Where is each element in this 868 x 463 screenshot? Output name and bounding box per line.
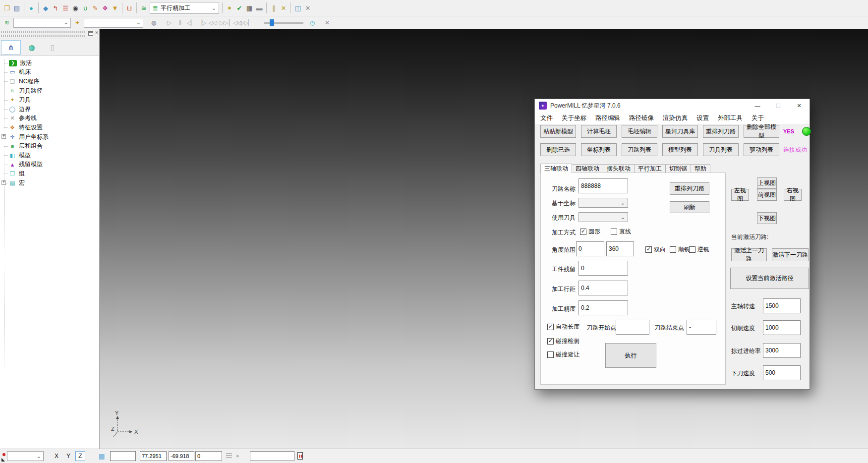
tree-item-boundaries[interactable]: ◯ 边界 bbox=[0, 105, 99, 114]
grid-snap-icon[interactable]: ▦ bbox=[96, 451, 107, 461]
angle-from-input[interactable] bbox=[576, 241, 604, 256]
conventional-checkbox[interactable] bbox=[689, 246, 695, 253]
close-icon[interactable]: ✕ bbox=[789, 99, 810, 112]
climb-mill-option[interactable]: 顺铣 bbox=[670, 245, 690, 254]
tree-item-levels-sets[interactable]: ≡ 层和组合 bbox=[0, 141, 99, 151]
angle-to-input[interactable] bbox=[606, 241, 634, 256]
tab-swivel-head[interactable]: 摆头联动 bbox=[603, 164, 635, 173]
calculator-icon[interactable]: ▦ bbox=[244, 2, 254, 14]
cursor-z-field[interactable] bbox=[195, 451, 222, 461]
tool-check-icon[interactable]: ✔ bbox=[234, 2, 244, 14]
chevron-down-icon[interactable]: ⌄ bbox=[136, 19, 141, 26]
circle-checkbox[interactable] bbox=[580, 229, 586, 235]
coord-list-button[interactable]: 坐标列表 bbox=[581, 143, 617, 156]
float-panel-icon[interactable] bbox=[88, 31, 93, 36]
model-list-button[interactable]: 模型列表 bbox=[662, 143, 698, 156]
block-icon[interactable]: ◆ bbox=[41, 2, 51, 14]
set-active-path-button[interactable]: 设置当前激活路径 bbox=[730, 268, 809, 289]
tree-item-machine[interactable]: ▭ 机床 bbox=[0, 68, 99, 77]
view-front-button[interactable]: 前视图 bbox=[757, 189, 777, 201]
tool-select[interactable]: ⌄ bbox=[579, 212, 628, 222]
tree-item-stock-models[interactable]: ▲ 残留模型 bbox=[0, 160, 99, 170]
menu-file[interactable]: 文件 bbox=[536, 114, 557, 122]
spindle-speed-input[interactable] bbox=[763, 298, 801, 313]
clipboard-icon[interactable] bbox=[297, 452, 303, 460]
locate-probe-icon[interactable]: ⌖ bbox=[236, 453, 239, 460]
tree-item-toolpaths[interactable]: ≋ 刀具路径 bbox=[0, 86, 99, 96]
toolpath-name-input[interactable] bbox=[579, 178, 628, 193]
step-back-icon[interactable]: ◁▏ bbox=[185, 19, 196, 26]
collision-avoid-checkbox[interactable] bbox=[547, 351, 554, 358]
toolpath-combo[interactable]: ⌄ bbox=[13, 18, 71, 28]
open-project-icon[interactable]: ❒ bbox=[2, 2, 12, 14]
refresh-button[interactable]: 刷新 bbox=[670, 201, 709, 213]
line-checkbox[interactable] bbox=[611, 229, 617, 235]
pause-icon[interactable]: ‖ bbox=[174, 19, 185, 26]
expand-plus-icon[interactable] bbox=[1, 134, 6, 139]
skim-feed-input[interactable] bbox=[763, 343, 801, 358]
menu-about[interactable]: 关于 bbox=[747, 114, 768, 122]
compare-models-icon[interactable]: ◫ bbox=[293, 2, 303, 14]
rapid-heights-icon[interactable]: ☰ bbox=[60, 2, 70, 14]
tool-list-button[interactable]: 刀具列表 bbox=[703, 143, 739, 156]
stock-edit-button[interactable]: 毛坯编辑 bbox=[622, 125, 657, 138]
collision-check-option[interactable]: 碰撞检测 bbox=[547, 337, 579, 346]
chevron-down-icon[interactable]: ⌄ bbox=[212, 5, 216, 11]
delete-selected-button[interactable]: 删除已选 bbox=[540, 143, 576, 156]
tab-explorer-tree[interactable]: ⋔ bbox=[1, 40, 21, 55]
tree-item-reference-lines[interactable]: ✕ 参考线 bbox=[0, 114, 99, 123]
transform-icon[interactable]: ✕ bbox=[279, 2, 289, 14]
drive-list-button[interactable]: 驱动列表 bbox=[744, 143, 779, 156]
tool-icon[interactable]: ◉ bbox=[70, 2, 80, 14]
cursor-y-field[interactable] bbox=[169, 451, 194, 461]
ruler-icon[interactable]: ▬ bbox=[254, 2, 264, 14]
auto-length-option[interactable]: 自动长度 bbox=[547, 323, 579, 331]
activate-next-toolpath-button[interactable]: 激活下一刀路 bbox=[772, 248, 809, 261]
axis-y-button[interactable]: Y bbox=[63, 451, 73, 461]
expand-plus-icon[interactable] bbox=[1, 180, 6, 185]
strategy-dropdown[interactable]: ≣ 平行精加工 ⌄ bbox=[150, 2, 219, 14]
tool-bottom-icon[interactable]: ⊔ bbox=[124, 2, 134, 14]
boundary-icon[interactable]: ∪ bbox=[80, 2, 90, 14]
bidirectional-option[interactable]: 双向 bbox=[645, 245, 666, 254]
rearrange-button[interactable]: 重排列刀路 bbox=[670, 182, 709, 195]
tree-item-nc-program[interactable]: ❏ NC程序 bbox=[0, 77, 99, 86]
collision-check-icon[interactable]: ✶ bbox=[225, 2, 234, 14]
sim-toolbar-close-icon[interactable]: ✕ bbox=[322, 18, 332, 28]
view-left-button[interactable]: 左视图 bbox=[731, 189, 749, 201]
tab-web-globe[interactable]: ◍ bbox=[22, 40, 42, 55]
cutting-feed-input[interactable] bbox=[763, 320, 801, 335]
save-project-icon[interactable]: ▤ bbox=[12, 2, 22, 14]
collision-check-checkbox[interactable] bbox=[547, 338, 554, 345]
bidirectional-checkbox[interactable] bbox=[645, 246, 652, 253]
resize-grip-icon[interactable] bbox=[1, 458, 5, 462]
pattern-icon[interactable]: ✎ bbox=[90, 2, 100, 14]
chevron-down-icon[interactable]: ⌄ bbox=[37, 453, 41, 460]
tab-parallel[interactable]: 平行加工 bbox=[634, 164, 666, 173]
slider-handle[interactable] bbox=[270, 19, 274, 26]
view-top-button[interactable]: 上视图 bbox=[757, 177, 777, 189]
panel-close-icon[interactable]: ✕ bbox=[95, 30, 99, 35]
line-mode-option[interactable]: 直线 bbox=[611, 228, 631, 236]
tree-item-groups[interactable]: ❒ 组 bbox=[0, 169, 99, 178]
rearrange-toolpaths-button[interactable]: 重排列刀路 bbox=[703, 125, 739, 138]
tool-pair-icon[interactable]: ∥ bbox=[269, 2, 279, 14]
climb-checkbox[interactable] bbox=[670, 246, 676, 253]
menu-path-edit[interactable]: 路径编辑 bbox=[591, 114, 625, 122]
tool-holder-icon[interactable]: ▼ bbox=[110, 2, 120, 14]
axis-x-button[interactable]: X bbox=[52, 451, 61, 461]
conventional-mill-option[interactable]: 逆铣 bbox=[689, 245, 709, 254]
circle-mode-option[interactable]: 圆形 bbox=[580, 228, 600, 236]
tab-recycle-bin[interactable]: ▯ bbox=[43, 40, 62, 55]
tab-4axis[interactable]: 四轴联动 bbox=[572, 164, 603, 173]
tool-library-button[interactable]: 星河刀具库 bbox=[662, 125, 698, 138]
statusbar-combo[interactable]: ⌄ bbox=[7, 451, 44, 461]
tab-help[interactable]: 帮助 bbox=[691, 164, 710, 173]
points-icon[interactable]: ❖ bbox=[100, 2, 110, 14]
dialog-titlebar[interactable]: ✦ PowerMILL 忆梦星河 7.0.6 — ☐ ✕ bbox=[535, 99, 810, 112]
menu-path-mirror[interactable]: 路径镜像 bbox=[625, 114, 658, 122]
start-point-input[interactable] bbox=[616, 320, 649, 335]
stock-allowance-input[interactable] bbox=[579, 261, 628, 276]
axis-z-button[interactable]: Z bbox=[75, 451, 85, 461]
go-to-start-icon[interactable]: ▏◁◁ bbox=[229, 19, 240, 26]
